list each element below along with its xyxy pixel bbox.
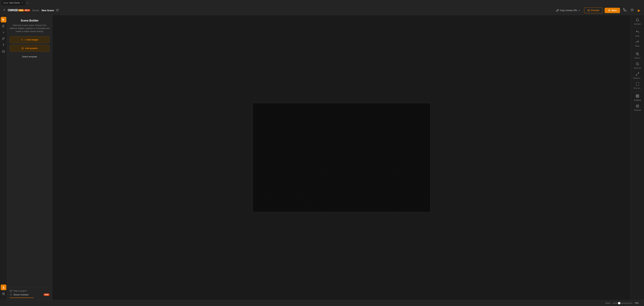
copy-overlay-url-label: Copy overlay URL xyxy=(560,9,578,12)
svg-line-29 xyxy=(636,74,637,75)
logo-pro-badge: PRO xyxy=(18,9,24,12)
svg-rect-14 xyxy=(2,294,3,295)
stream-assistant-row[interactable]: Stream Assistant NEW xyxy=(10,293,50,296)
scene-builder-title: Scene Builder xyxy=(10,19,50,22)
zoom-in-label: Zoom in xyxy=(634,57,640,59)
undo-button[interactable]: Undo xyxy=(632,29,643,39)
copy-overlay-url-button[interactable]: Copy overlay URL xyxy=(554,8,582,13)
svg-point-17 xyxy=(22,47,24,49)
save-label: Save xyxy=(612,9,617,12)
help-support-link[interactable]: Help & support xyxy=(10,290,50,292)
new-tab-button[interactable]: + xyxy=(26,0,29,5)
add-widget-button[interactable]: + Add widget xyxy=(10,36,50,43)
svg-rect-13 xyxy=(4,294,4,295)
svg-marker-1 xyxy=(608,9,610,12)
select-template-label: Select template xyxy=(22,55,37,58)
svg-rect-32 xyxy=(636,106,637,107)
svg-line-28 xyxy=(638,73,639,74)
pan-tool-button[interactable] xyxy=(1,23,6,29)
media-icon xyxy=(2,50,5,53)
new-badge: NEW xyxy=(44,293,50,296)
save-button[interactable]: Save xyxy=(604,8,620,13)
fire-button[interactable]: ▶ xyxy=(637,8,641,14)
zoom-value-display: 70% xyxy=(634,302,641,304)
stream-assistant-progress-bar xyxy=(10,297,34,298)
tab-name: New Scene xyxy=(10,2,20,4)
bottom-bar: Zoom 70% xyxy=(0,300,644,306)
snapping-button[interactable]: Snapping xyxy=(632,93,643,103)
redo-button[interactable]: Redo xyxy=(632,39,643,49)
hand-icon xyxy=(2,25,5,28)
add-graphic-label: Add graphic xyxy=(25,47,38,50)
zoom-in-button[interactable]: Zoom in xyxy=(632,51,643,61)
shapes-button[interactable] xyxy=(1,36,6,42)
select-template-button[interactable]: Select template xyxy=(10,53,50,60)
undo-label: Undo xyxy=(636,35,640,37)
reset-zoom-button[interactable]: Reset zo... xyxy=(632,71,643,81)
text-tool-button[interactable]: T xyxy=(1,42,6,48)
zoom-out-button[interactable]: Zoom out xyxy=(632,61,643,71)
svg-point-20 xyxy=(10,294,11,295)
help-icon xyxy=(10,290,12,292)
back-icon xyxy=(3,9,6,12)
tab-close-button[interactable]: × xyxy=(22,2,23,4)
redo-label: Redo xyxy=(636,45,640,47)
settings-icon xyxy=(2,292,5,295)
main-area: + T xyxy=(0,15,644,300)
preview-button[interactable]: Preview xyxy=(584,8,602,13)
stream-assistant-left: Stream Assistant xyxy=(10,293,28,296)
media-button[interactable] xyxy=(1,49,6,54)
fit-to-screen-button[interactable]: Fit to scr... xyxy=(632,81,643,91)
menu-button[interactable] xyxy=(630,7,635,14)
menu-icon xyxy=(630,8,634,12)
zoom-slider[interactable] xyxy=(612,303,632,303)
panel-content: Scene Builder Welcome to your scene. Cho… xyxy=(7,15,52,287)
browser-tab[interactable]: Saved New Scene × xyxy=(1,0,25,5)
link-icon xyxy=(556,9,559,12)
add-graphic-button[interactable]: Add graphic xyxy=(10,45,50,52)
settings-button[interactable] xyxy=(1,291,6,296)
add-element-button[interactable]: + xyxy=(1,30,6,35)
undo-icon xyxy=(636,30,639,35)
scene-label: Scene: xyxy=(32,9,40,12)
snapping-label: Snapping xyxy=(634,99,641,101)
edit-scene-name-icon[interactable] xyxy=(56,9,59,12)
eye-icon xyxy=(587,9,590,12)
canvas-area[interactable] xyxy=(52,15,630,300)
cursor-icon xyxy=(2,18,5,21)
select-tool-button[interactable] xyxy=(1,17,6,23)
broadcast-button[interactable] xyxy=(622,7,628,14)
user-avatar-button[interactable] xyxy=(1,284,6,290)
right-panel: Test Alert Undo Redo xyxy=(630,15,644,300)
left-panel: Scene Builder Welcome to your scene. Cho… xyxy=(7,15,52,300)
svg-line-22 xyxy=(638,55,639,55)
user-icon xyxy=(2,286,5,289)
bell-icon xyxy=(636,18,639,23)
stream-assistant-icon xyxy=(10,293,12,296)
divider-1 xyxy=(633,28,642,28)
tab-bar: Saved New Scene × + xyxy=(0,0,644,6)
zoom-out-label: Zoom out xyxy=(634,67,641,69)
zoom-in-icon xyxy=(636,52,639,57)
svg-rect-11 xyxy=(2,293,3,293)
svg-point-10 xyxy=(3,286,4,287)
reset-zoom-icon xyxy=(636,72,639,77)
fit-screen-icon xyxy=(636,82,639,87)
icon-rail-bottom xyxy=(1,284,6,298)
panel-footer: Help & support Stream Assistant NEW xyxy=(7,287,52,300)
back-button[interactable] xyxy=(3,9,6,12)
zoom-out-icon xyxy=(636,62,639,67)
svg-rect-5 xyxy=(2,38,3,39)
graphic-icon xyxy=(22,47,24,50)
shapes-icon xyxy=(2,38,5,40)
shortcuts-button[interactable]: Shortcuts xyxy=(632,103,643,113)
chevron-down-icon xyxy=(578,10,580,12)
broadcast-icon xyxy=(623,8,626,12)
preview-label: Preview xyxy=(591,9,599,12)
svg-rect-33 xyxy=(638,106,639,107)
test-alert-button[interactable]: Test Alert xyxy=(632,17,643,27)
tab-saved-badge: Saved xyxy=(3,2,8,4)
redo-icon xyxy=(636,40,639,45)
toolbar: OWN3D PRO BETA Scene: New Scene Copy ove… xyxy=(0,6,644,15)
scene-builder-description: Welcome to your scene. Choose from diffe… xyxy=(10,24,50,33)
